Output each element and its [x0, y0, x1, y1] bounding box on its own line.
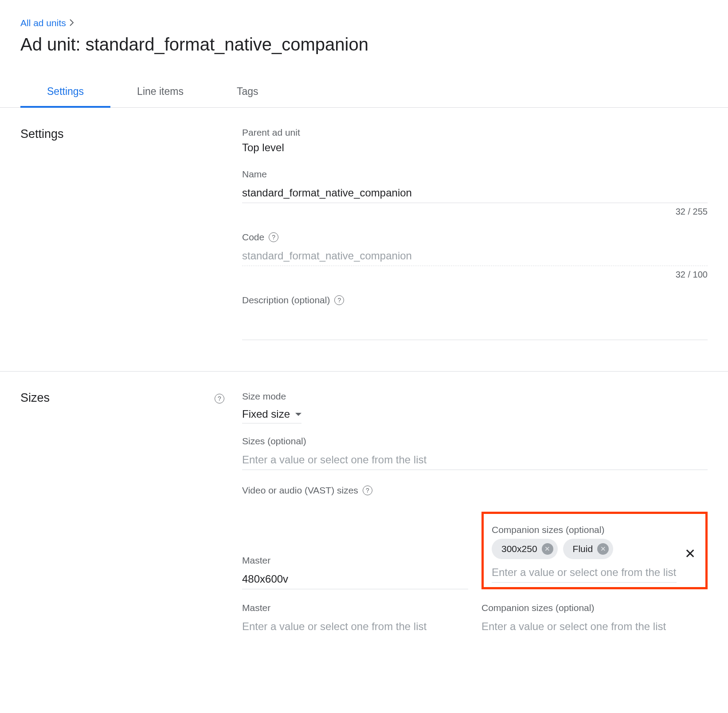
sizes-input[interactable] — [242, 450, 708, 470]
chevron-right-icon — [70, 18, 74, 28]
page-title: Ad unit: standard_format_native_companio… — [20, 35, 708, 55]
master-label: Master — [242, 603, 468, 613]
breadcrumb: All ad units — [20, 18, 708, 28]
companion-sizes-input[interactable] — [481, 617, 708, 636]
tab-settings[interactable]: Settings — [20, 76, 110, 107]
master-input[interactable] — [242, 617, 468, 636]
size-mode-label: Size mode — [242, 391, 708, 402]
help-icon[interactable]: ? — [334, 295, 344, 305]
section-title-settings: Settings — [20, 127, 64, 141]
name-char-count: 32 / 255 — [242, 207, 708, 217]
chip-label: 300x250 — [501, 544, 537, 554]
parent-ad-unit-label: Parent ad unit — [242, 127, 708, 138]
help-icon[interactable]: ? — [269, 232, 278, 242]
close-icon[interactable]: ✕ — [597, 543, 609, 555]
tab-tags[interactable]: Tags — [210, 76, 285, 107]
close-icon[interactable]: ✕ — [542, 543, 553, 555]
description-input[interactable] — [242, 309, 708, 340]
companion-sizes-label: Companion sizes (optional) — [492, 525, 677, 535]
help-icon[interactable]: ? — [363, 486, 372, 495]
master-label: Master — [242, 555, 468, 566]
vast-sizes-label: Video or audio (VAST) sizes — [242, 485, 358, 496]
sizes-label: Sizes (optional) — [242, 436, 708, 447]
name-label: Name — [242, 169, 708, 180]
code-input — [242, 246, 708, 266]
size-mode-value: Fixed size — [242, 408, 290, 420]
size-mode-dropdown[interactable]: Fixed size — [242, 405, 301, 423]
tab-line-items[interactable]: Line items — [110, 76, 210, 107]
companion-chip-fluid: Fluid ✕ — [563, 539, 614, 559]
companion-sizes-input[interactable] — [492, 563, 677, 583]
section-settings: Settings Parent ad unit Top level Name 3… — [0, 108, 728, 372]
parent-ad-unit-value: Top level — [242, 141, 708, 154]
companion-chip-300x250: 300x250 ✕ — [492, 539, 558, 559]
tabs: Settings Line items Tags — [0, 76, 728, 108]
remove-row-icon[interactable]: ✕ — [683, 546, 697, 561]
breadcrumb-link-all-ad-units[interactable]: All ad units — [20, 18, 66, 28]
chevron-down-icon — [295, 413, 301, 416]
code-char-count: 32 / 100 — [242, 270, 708, 280]
master-input[interactable] — [242, 569, 468, 589]
section-sizes: Sizes ? Size mode Fixed size Sizes (opti… — [0, 372, 728, 681]
section-title-sizes: Sizes — [20, 391, 50, 405]
code-label: Code — [242, 232, 264, 243]
companion-sizes-label: Companion sizes (optional) — [481, 603, 708, 613]
chip-label: Fluid — [573, 544, 593, 554]
help-icon[interactable]: ? — [215, 394, 224, 404]
name-input[interactable] — [242, 183, 708, 203]
description-label: Description (optional) — [242, 295, 330, 306]
companion-highlight-box: Companion sizes (optional) 300x250 ✕ Flu… — [481, 512, 708, 589]
